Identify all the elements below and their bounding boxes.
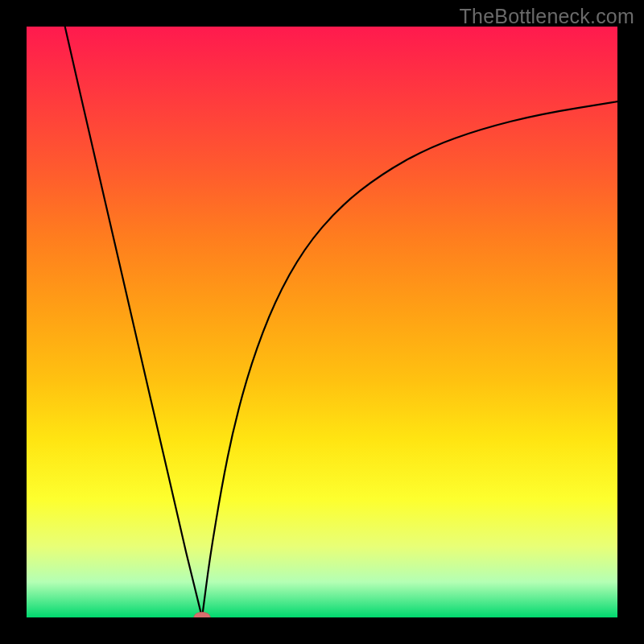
attribution-text: TheBottleneck.com [460, 5, 634, 28]
minimum-marker [194, 612, 211, 617]
curve-right-branch [202, 101, 617, 617]
curve-left-branch [65, 27, 202, 617]
chart-frame: TheBottleneck.com [0, 0, 644, 644]
curve-svg [27, 27, 617, 617]
plot-area [27, 27, 617, 617]
